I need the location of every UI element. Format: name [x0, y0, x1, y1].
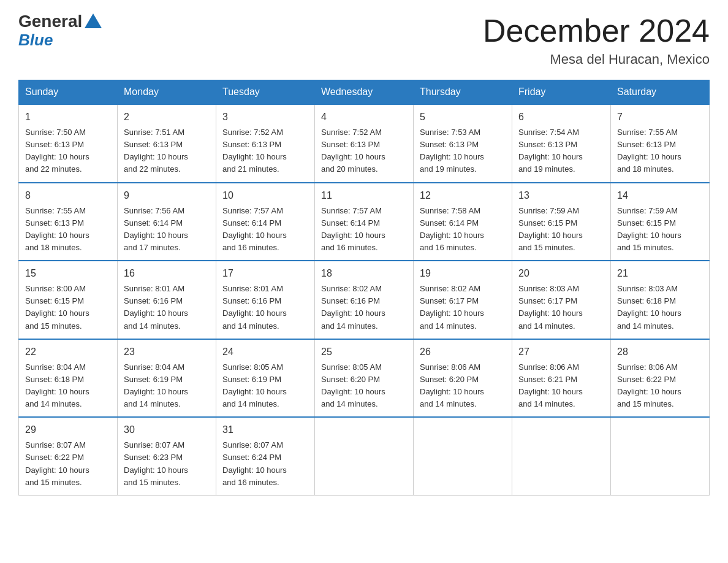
day-cell: 20Sunrise: 8:03 AMSunset: 6:17 PMDayligh… — [512, 261, 611, 339]
day-cell — [611, 417, 710, 495]
week-row-1: 1Sunrise: 7:50 AMSunset: 6:13 PMDaylight… — [19, 104, 710, 183]
day-cell: 9Sunrise: 7:56 AMSunset: 6:14 PMDaylight… — [118, 183, 216, 261]
day-cell: 17Sunrise: 8:01 AMSunset: 6:16 PMDayligh… — [216, 261, 315, 339]
day-info: Sunrise: 7:51 AMSunset: 6:13 PMDaylight:… — [124, 126, 210, 176]
day-info: Sunrise: 8:06 AMSunset: 6:21 PMDaylight:… — [518, 361, 604, 411]
col-monday: Monday — [118, 80, 216, 105]
day-cell: 12Sunrise: 7:58 AMSunset: 6:14 PMDayligh… — [414, 183, 512, 261]
day-info: Sunrise: 8:00 AMSunset: 6:15 PMDaylight:… — [25, 283, 111, 332]
day-number: 5 — [420, 110, 506, 124]
day-info: Sunrise: 8:05 AMSunset: 6:19 PMDaylight:… — [222, 361, 308, 411]
day-cell: 31Sunrise: 8:07 AMSunset: 6:24 PMDayligh… — [216, 417, 315, 495]
day-cell: 25Sunrise: 8:05 AMSunset: 6:20 PMDayligh… — [315, 339, 414, 418]
day-cell: 23Sunrise: 8:04 AMSunset: 6:19 PMDayligh… — [118, 339, 216, 418]
day-cell: 3Sunrise: 7:52 AMSunset: 6:13 PMDaylight… — [216, 104, 315, 183]
day-cell: 10Sunrise: 7:57 AMSunset: 6:14 PMDayligh… — [216, 183, 315, 261]
day-info: Sunrise: 8:01 AMSunset: 6:16 PMDaylight:… — [222, 283, 308, 332]
day-info: Sunrise: 7:50 AMSunset: 6:13 PMDaylight:… — [25, 126, 111, 176]
col-friday: Friday — [512, 80, 611, 105]
day-info: Sunrise: 8:03 AMSunset: 6:17 PMDaylight:… — [518, 283, 604, 332]
day-info: Sunrise: 8:05 AMSunset: 6:20 PMDaylight:… — [321, 361, 407, 411]
day-info: Sunrise: 8:06 AMSunset: 6:20 PMDaylight:… — [420, 361, 506, 411]
day-number: 1 — [25, 110, 111, 124]
calendar-subtitle: Mesa del Huracan, Mexico — [483, 52, 710, 67]
day-info: Sunrise: 7:53 AMSunset: 6:13 PMDaylight:… — [420, 126, 506, 176]
day-number: 9 — [124, 188, 210, 203]
title-section: December 2024 Mesa del Huracan, Mexico — [483, 12, 710, 67]
day-cell: 8Sunrise: 7:55 AMSunset: 6:13 PMDaylight… — [19, 183, 118, 261]
week-row-3: 15Sunrise: 8:00 AMSunset: 6:15 PMDayligh… — [19, 261, 710, 339]
day-cell — [315, 417, 414, 495]
day-info: Sunrise: 7:52 AMSunset: 6:13 PMDaylight:… — [321, 126, 407, 176]
day-number: 7 — [617, 110, 703, 124]
day-info: Sunrise: 7:56 AMSunset: 6:14 PMDaylight:… — [124, 205, 210, 255]
day-number: 11 — [321, 188, 407, 203]
day-info: Sunrise: 7:55 AMSunset: 6:13 PMDaylight:… — [617, 126, 703, 176]
day-number: 4 — [321, 110, 407, 124]
week-row-2: 8Sunrise: 7:55 AMSunset: 6:13 PMDaylight… — [19, 183, 710, 261]
week-row-4: 22Sunrise: 8:04 AMSunset: 6:18 PMDayligh… — [19, 339, 710, 418]
day-number: 22 — [25, 345, 111, 359]
day-number: 20 — [518, 266, 604, 281]
day-number: 29 — [25, 423, 111, 437]
calendar-header: Sunday Monday Tuesday Wednesday Thursday… — [19, 80, 710, 105]
day-cell: 15Sunrise: 8:00 AMSunset: 6:15 PMDayligh… — [19, 261, 118, 339]
day-cell: 2Sunrise: 7:51 AMSunset: 6:13 PMDaylight… — [118, 104, 216, 183]
day-cell: 5Sunrise: 7:53 AMSunset: 6:13 PMDaylight… — [414, 104, 512, 183]
logo-blue-text: Blue — [18, 31, 53, 49]
day-info: Sunrise: 8:07 AMSunset: 6:24 PMDaylight:… — [222, 439, 308, 489]
day-cell: 22Sunrise: 8:04 AMSunset: 6:18 PMDayligh… — [19, 339, 118, 418]
day-number: 18 — [321, 266, 407, 281]
logo: General Blue — [18, 12, 102, 48]
day-info: Sunrise: 7:52 AMSunset: 6:13 PMDaylight:… — [222, 126, 308, 176]
day-number: 8 — [25, 188, 111, 203]
day-cell: 21Sunrise: 8:03 AMSunset: 6:18 PMDayligh… — [611, 261, 710, 339]
day-cell: 11Sunrise: 7:57 AMSunset: 6:14 PMDayligh… — [315, 183, 414, 261]
day-cell: 1Sunrise: 7:50 AMSunset: 6:13 PMDaylight… — [19, 104, 118, 183]
col-wednesday: Wednesday — [315, 80, 414, 105]
day-number: 16 — [124, 266, 210, 281]
day-info: Sunrise: 7:59 AMSunset: 6:15 PMDaylight:… — [617, 205, 703, 255]
day-cell: 13Sunrise: 7:59 AMSunset: 6:15 PMDayligh… — [512, 183, 611, 261]
day-number: 30 — [124, 423, 210, 437]
header-row: Sunday Monday Tuesday Wednesday Thursday… — [19, 80, 710, 105]
day-cell: 4Sunrise: 7:52 AMSunset: 6:13 PMDaylight… — [315, 104, 414, 183]
calendar-table: Sunday Monday Tuesday Wednesday Thursday… — [18, 80, 710, 496]
day-number: 13 — [518, 188, 604, 203]
day-info: Sunrise: 7:55 AMSunset: 6:13 PMDaylight:… — [25, 205, 111, 255]
week-row-5: 29Sunrise: 8:07 AMSunset: 6:22 PMDayligh… — [19, 417, 710, 495]
day-info: Sunrise: 7:57 AMSunset: 6:14 PMDaylight:… — [222, 205, 308, 255]
day-number: 10 — [222, 188, 308, 203]
day-info: Sunrise: 7:54 AMSunset: 6:13 PMDaylight:… — [518, 126, 604, 176]
day-number: 14 — [617, 188, 703, 203]
day-cell: 29Sunrise: 8:07 AMSunset: 6:22 PMDayligh… — [19, 417, 118, 495]
day-number: 24 — [222, 345, 308, 359]
day-info: Sunrise: 8:02 AMSunset: 6:16 PMDaylight:… — [321, 283, 407, 332]
day-cell: 7Sunrise: 7:55 AMSunset: 6:13 PMDaylight… — [611, 104, 710, 183]
logo-general-text: General — [18, 12, 82, 31]
day-cell: 6Sunrise: 7:54 AMSunset: 6:13 PMDaylight… — [512, 104, 611, 183]
day-number: 12 — [420, 188, 506, 203]
day-cell: 28Sunrise: 8:06 AMSunset: 6:22 PMDayligh… — [611, 339, 710, 418]
day-number: 25 — [321, 345, 407, 359]
day-number: 27 — [518, 345, 604, 359]
day-number: 17 — [222, 266, 308, 281]
day-info: Sunrise: 7:59 AMSunset: 6:15 PMDaylight:… — [518, 205, 604, 255]
day-number: 26 — [420, 345, 506, 359]
day-info: Sunrise: 8:01 AMSunset: 6:16 PMDaylight:… — [124, 283, 210, 332]
day-number: 6 — [518, 110, 604, 124]
day-cell — [414, 417, 512, 495]
day-number: 2 — [124, 110, 210, 124]
day-cell: 24Sunrise: 8:05 AMSunset: 6:19 PMDayligh… — [216, 339, 315, 418]
day-info: Sunrise: 8:06 AMSunset: 6:22 PMDaylight:… — [617, 361, 703, 411]
day-number: 31 — [222, 423, 308, 437]
day-cell — [512, 417, 611, 495]
day-info: Sunrise: 8:07 AMSunset: 6:23 PMDaylight:… — [124, 439, 210, 489]
page-header: General Blue December 2024 Mesa del Hura… — [18, 12, 710, 67]
day-number: 21 — [617, 266, 703, 281]
day-cell: 26Sunrise: 8:06 AMSunset: 6:20 PMDayligh… — [414, 339, 512, 418]
day-number: 19 — [420, 266, 506, 281]
day-number: 28 — [617, 345, 703, 359]
col-sunday: Sunday — [19, 80, 118, 105]
day-cell: 18Sunrise: 8:02 AMSunset: 6:16 PMDayligh… — [315, 261, 414, 339]
